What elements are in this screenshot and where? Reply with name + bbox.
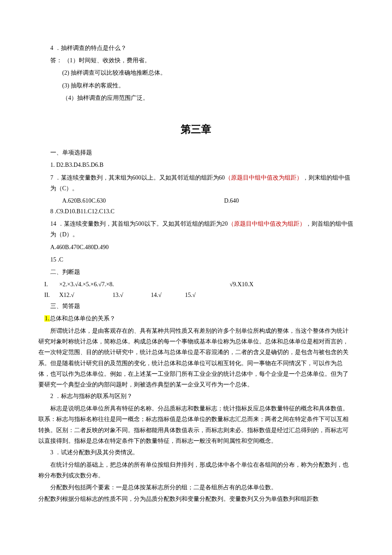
q2-number: 2 — [50, 393, 53, 399]
q7-red-note: （原题目中组中值改为组距） — [225, 174, 303, 181]
q4-answer1: 答： （1）时间短、收效快，费用省。 — [38, 55, 354, 66]
essay-q1-title: 1.总体和总体单位的关系？ — [38, 313, 354, 324]
section1-heading: 一、单项选择题 — [38, 147, 354, 158]
judge-1-b: √9.X10.X — [230, 279, 254, 290]
q7-option-d: D.640 — [224, 195, 239, 206]
judge-row-1: I. ×2.×3.√4.×5.×6.√7.×8. √9.X10.X — [38, 279, 354, 290]
judge-2-b: 13.√ — [112, 290, 151, 300]
judge-2-a: X12.√ — [59, 290, 112, 300]
q7-text: 7 ．某连续变量数列，其末组为600以上。又如其邻近组的组距为60（原题目中组中… — [38, 172, 354, 194]
answer-text: （1）时间短、收效快，费用省。 — [64, 57, 150, 64]
q4-answer4: （4）抽样调查的应用范围广泛。 — [38, 93, 354, 103]
q14-red-note: （原题目中组中值改为组距） — [228, 221, 306, 227]
q7-number: 7 — [50, 174, 53, 181]
section1-line1: 1. D2.B3.D4.B5.D6.B — [38, 160, 354, 170]
judge-2-c: 14.√ — [151, 290, 185, 300]
q4-answer3: (3) 抽取样本的客观性。 — [38, 80, 354, 91]
document-page: 4 ．抽样调查的特点是什么？ 答： （1）时间短、收效快，费用省。 (2) 抽样… — [0, 0, 392, 555]
q3-title-text: ．试述分配数列及其分类情况。 — [55, 449, 138, 456]
q1-highlight: 1. — [44, 315, 50, 322]
judge-label-2: II. — [38, 290, 59, 300]
q4-title: ．抽样调查的特点是什么？ — [55, 45, 127, 51]
section2-heading: 二、判断题 — [38, 267, 354, 277]
q4-number: 4 — [50, 45, 53, 51]
section3-heading: 三、简答题 — [38, 301, 354, 311]
q7-part-a: ．某连续变量数列，其末组为600以上。又如其邻近组的组距为60 — [55, 174, 225, 181]
judge-row-2: II. X12.√ 13.√ 14.√ 15.√ — [38, 290, 354, 300]
essay-q3-p1: 在统计分组的基础上，把总体的所有单位按组归并排列，形成总体中各个单位在各组间的分… — [38, 459, 354, 481]
q2-title-text: ．标志与指标的联系与区别？ — [55, 393, 133, 399]
essay-q2-body: 标志是说明总体单位所具有特征的名称。分品质标志和数量标志；统计指标反应总体数量特… — [38, 403, 354, 446]
chapter-title: 第三章 — [38, 120, 354, 139]
q14-text: 14 ．某连续变量数列，其首组为500以下。又如其邻近组的组距为20（原题目中组… — [38, 218, 354, 240]
q4-answer2: (2) 抽样调查可以比较准确地推断总体。 — [38, 67, 354, 78]
essay-q3-p3: 分配数列根据分组标志的性质不同，分为品质分配数列和变量分配数列。变量数列又分为单… — [38, 494, 354, 504]
q14-number: 14 — [50, 221, 56, 227]
q7-options: A.620B.610C.630 D.640 — [38, 195, 354, 206]
essay-q3-title: 3 ．试述分配数列及其分类情况。 — [38, 447, 354, 458]
q3-number: 3 — [50, 449, 53, 456]
answer-prefix: 答： — [50, 57, 62, 64]
q14-options: A.460B.470C.480D.490 — [38, 242, 354, 253]
judge-2-d: 15.√ — [185, 290, 196, 300]
q14-part-a: ．某连续变量数列，其首组为500以下。又如其邻近组的组距为20 — [58, 221, 228, 227]
section1-line8: 8 .C9.D10.B11.C12.C13.C — [38, 206, 354, 217]
judge-1-a: ×2.×3.√4.×5.×6.√7.×8. — [59, 279, 230, 290]
q7-options-abc: A.620B.610C.630 — [38, 195, 224, 206]
essay-q2-title: 2 ．标志与指标的联系与区别？ — [38, 391, 354, 401]
essay-q1-body: 所谓统计总体，是由客观存在的、具有某种共同性质又有差别的许多个别单位所构成的整体… — [38, 325, 354, 390]
judge-label-1: I. — [38, 279, 59, 290]
q1-title-text: 总体和总体单位的关系？ — [50, 315, 115, 322]
q4-line: 4 ．抽样调查的特点是什么？ — [38, 43, 354, 53]
section1-line15: 15 .C — [38, 254, 354, 265]
essay-q3-p2: 分配数列包括两个要素：一是总体按某标志所分的组；二是各组所占有的总体单位数。 — [38, 482, 354, 493]
